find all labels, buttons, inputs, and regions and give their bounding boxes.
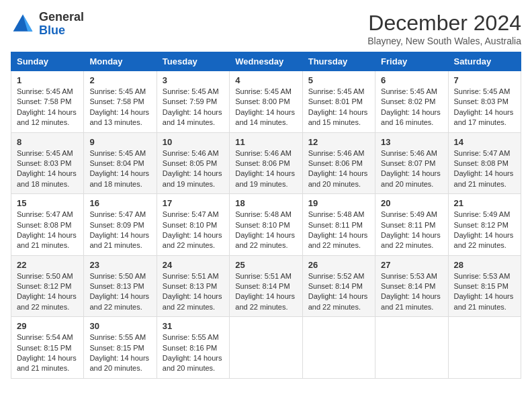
day-info: Sunrise: 5:45 AM Sunset: 8:03 PM Dayligh… bbox=[17, 148, 78, 190]
day-number: 13 bbox=[381, 137, 442, 147]
day-number: 12 bbox=[308, 137, 369, 147]
day-info: Sunrise: 5:51 AM Sunset: 8:13 PM Dayligh… bbox=[163, 271, 224, 313]
header-monday: Monday bbox=[84, 52, 157, 71]
table-row: 27 Sunrise: 5:53 AM Sunset: 8:14 PM Dayl… bbox=[375, 255, 448, 317]
title-block: December 2024 Blayney, New South Wales, … bbox=[367, 11, 521, 46]
table-row: 10 Sunrise: 5:46 AM Sunset: 8:05 PM Dayl… bbox=[157, 132, 229, 194]
day-info: Sunrise: 5:47 AM Sunset: 8:08 PM Dayligh… bbox=[17, 210, 78, 251]
table-row: 29 Sunrise: 5:54 AM Sunset: 8:15 PM Dayl… bbox=[11, 317, 84, 379]
table-row: 2 Sunrise: 5:45 AM Sunset: 7:58 PM Dayli… bbox=[84, 71, 157, 133]
day-number: 27 bbox=[381, 260, 442, 270]
table-row: 3 Sunrise: 5:45 AM Sunset: 7:59 PM Dayli… bbox=[157, 71, 229, 133]
day-number: 10 bbox=[163, 137, 224, 147]
table-row: 23 Sunrise: 5:50 AM Sunset: 8:13 PM Dayl… bbox=[84, 255, 157, 317]
header-thursday: Thursday bbox=[302, 52, 375, 71]
logo-general: General bbox=[39, 11, 84, 24]
day-info: Sunrise: 5:45 AM Sunset: 8:02 PM Dayligh… bbox=[381, 87, 442, 128]
table-row: 12 Sunrise: 5:46 AM Sunset: 8:06 PM Dayl… bbox=[302, 132, 375, 194]
day-number: 24 bbox=[163, 260, 224, 270]
calendar-week-row: 29 Sunrise: 5:54 AM Sunset: 8:15 PM Dayl… bbox=[11, 317, 521, 379]
logo-blue: Blue bbox=[39, 24, 84, 38]
table-row: 4 Sunrise: 5:45 AM Sunset: 8:00 PM Dayli… bbox=[230, 71, 302, 133]
day-info: Sunrise: 5:46 AM Sunset: 8:07 PM Dayligh… bbox=[381, 148, 442, 190]
table-row bbox=[448, 317, 521, 379]
table-row: 14 Sunrise: 5:47 AM Sunset: 8:08 PM Dayl… bbox=[448, 132, 521, 194]
day-number: 6 bbox=[381, 75, 442, 85]
day-number: 16 bbox=[89, 198, 150, 208]
day-info: Sunrise: 5:48 AM Sunset: 8:10 PM Dayligh… bbox=[235, 210, 296, 251]
day-number: 26 bbox=[308, 260, 369, 270]
day-number: 3 bbox=[163, 75, 224, 85]
day-number: 25 bbox=[235, 260, 296, 270]
table-row: 25 Sunrise: 5:51 AM Sunset: 8:14 PM Dayl… bbox=[230, 255, 302, 317]
logo-text: General Blue bbox=[39, 11, 84, 38]
day-number: 9 bbox=[89, 137, 150, 147]
day-number: 14 bbox=[454, 137, 515, 147]
table-row: 7 Sunrise: 5:45 AM Sunset: 8:03 PM Dayli… bbox=[448, 71, 521, 133]
day-info: Sunrise: 5:45 AM Sunset: 8:01 PM Dayligh… bbox=[308, 87, 369, 128]
day-info: Sunrise: 5:47 AM Sunset: 8:09 PM Dayligh… bbox=[89, 210, 150, 251]
day-info: Sunrise: 5:45 AM Sunset: 7:59 PM Dayligh… bbox=[163, 87, 224, 128]
header-tuesday: Tuesday bbox=[157, 52, 229, 71]
calendar-week-row: 15 Sunrise: 5:47 AM Sunset: 8:08 PM Dayl… bbox=[11, 194, 521, 256]
day-number: 17 bbox=[163, 198, 224, 208]
day-number: 18 bbox=[235, 198, 296, 208]
day-number: 2 bbox=[89, 75, 150, 85]
day-info: Sunrise: 5:46 AM Sunset: 8:06 PM Dayligh… bbox=[308, 148, 369, 190]
table-row bbox=[230, 317, 302, 379]
day-info: Sunrise: 5:55 AM Sunset: 8:16 PM Dayligh… bbox=[163, 332, 224, 374]
day-number: 1 bbox=[17, 75, 78, 85]
day-info: Sunrise: 5:46 AM Sunset: 8:06 PM Dayligh… bbox=[235, 148, 296, 190]
table-row: 5 Sunrise: 5:45 AM Sunset: 8:01 PM Dayli… bbox=[302, 71, 375, 133]
table-row: 26 Sunrise: 5:52 AM Sunset: 8:14 PM Dayl… bbox=[302, 255, 375, 317]
day-number: 7 bbox=[454, 75, 515, 85]
day-info: Sunrise: 5:47 AM Sunset: 8:10 PM Dayligh… bbox=[163, 210, 224, 251]
day-info: Sunrise: 5:47 AM Sunset: 8:08 PM Dayligh… bbox=[454, 148, 515, 190]
table-row: 13 Sunrise: 5:46 AM Sunset: 8:07 PM Dayl… bbox=[375, 132, 448, 194]
location-subtitle: Blayney, New South Wales, Australia bbox=[367, 36, 521, 46]
day-info: Sunrise: 5:53 AM Sunset: 8:15 PM Dayligh… bbox=[454, 271, 515, 313]
day-info: Sunrise: 5:45 AM Sunset: 8:04 PM Dayligh… bbox=[89, 148, 150, 190]
header-sunday: Sunday bbox=[11, 52, 84, 71]
day-info: Sunrise: 5:49 AM Sunset: 8:11 PM Dayligh… bbox=[381, 210, 442, 251]
day-info: Sunrise: 5:45 AM Sunset: 8:03 PM Dayligh… bbox=[454, 87, 515, 128]
table-row: 22 Sunrise: 5:50 AM Sunset: 8:12 PM Dayl… bbox=[11, 255, 84, 317]
day-number: 19 bbox=[308, 198, 369, 208]
table-row: 18 Sunrise: 5:48 AM Sunset: 8:10 PM Dayl… bbox=[230, 194, 302, 256]
table-row: 24 Sunrise: 5:51 AM Sunset: 8:13 PM Dayl… bbox=[157, 255, 229, 317]
table-row: 28 Sunrise: 5:53 AM Sunset: 8:15 PM Dayl… bbox=[448, 255, 521, 317]
table-row: 15 Sunrise: 5:47 AM Sunset: 8:08 PM Dayl… bbox=[11, 194, 84, 256]
table-row: 9 Sunrise: 5:45 AM Sunset: 8:04 PM Dayli… bbox=[84, 132, 157, 194]
header-friday: Friday bbox=[375, 52, 448, 71]
day-number: 4 bbox=[235, 75, 296, 85]
header-wednesday: Wednesday bbox=[230, 52, 302, 71]
day-number: 5 bbox=[308, 75, 369, 85]
day-info: Sunrise: 5:45 AM Sunset: 7:58 PM Dayligh… bbox=[17, 87, 78, 128]
day-number: 21 bbox=[454, 198, 515, 208]
day-info: Sunrise: 5:50 AM Sunset: 8:13 PM Dayligh… bbox=[89, 271, 150, 313]
day-number: 11 bbox=[235, 137, 296, 147]
table-row: 19 Sunrise: 5:48 AM Sunset: 8:11 PM Dayl… bbox=[302, 194, 375, 256]
header-saturday: Saturday bbox=[448, 52, 521, 71]
day-number: 29 bbox=[17, 321, 78, 331]
day-info: Sunrise: 5:49 AM Sunset: 8:12 PM Dayligh… bbox=[454, 210, 515, 251]
day-number: 20 bbox=[381, 198, 442, 208]
calendar-week-row: 22 Sunrise: 5:50 AM Sunset: 8:12 PM Dayl… bbox=[11, 255, 521, 317]
day-info: Sunrise: 5:51 AM Sunset: 8:14 PM Dayligh… bbox=[235, 271, 296, 313]
page-header: General Blue December 2024 Blayney, New … bbox=[11, 11, 521, 46]
calendar-header-row: Sunday Monday Tuesday Wednesday Thursday… bbox=[11, 52, 521, 71]
logo-icon bbox=[11, 12, 35, 36]
day-number: 31 bbox=[163, 321, 224, 331]
table-row: 1 Sunrise: 5:45 AM Sunset: 7:58 PM Dayli… bbox=[11, 71, 84, 133]
day-info: Sunrise: 5:45 AM Sunset: 8:00 PM Dayligh… bbox=[235, 87, 296, 128]
table-row: 30 Sunrise: 5:55 AM Sunset: 8:15 PM Dayl… bbox=[84, 317, 157, 379]
table-row: 31 Sunrise: 5:55 AM Sunset: 8:16 PM Dayl… bbox=[157, 317, 229, 379]
day-info: Sunrise: 5:46 AM Sunset: 8:05 PM Dayligh… bbox=[163, 148, 224, 190]
table-row: 16 Sunrise: 5:47 AM Sunset: 8:09 PM Dayl… bbox=[84, 194, 157, 256]
calendar-table: Sunday Monday Tuesday Wednesday Thursday… bbox=[11, 52, 521, 379]
day-info: Sunrise: 5:53 AM Sunset: 8:14 PM Dayligh… bbox=[381, 271, 442, 313]
day-info: Sunrise: 5:55 AM Sunset: 8:15 PM Dayligh… bbox=[89, 332, 150, 374]
table-row: 17 Sunrise: 5:47 AM Sunset: 8:10 PM Dayl… bbox=[157, 194, 229, 256]
calendar-week-row: 1 Sunrise: 5:45 AM Sunset: 7:58 PM Dayli… bbox=[11, 71, 521, 133]
table-row: 6 Sunrise: 5:45 AM Sunset: 8:02 PM Dayli… bbox=[375, 71, 448, 133]
